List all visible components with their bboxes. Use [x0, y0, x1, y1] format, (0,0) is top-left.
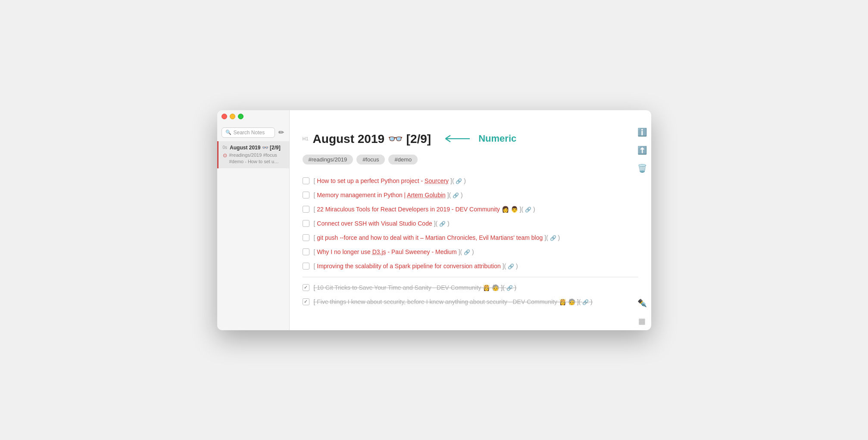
- sidebar-search-area: 🔍 Search Notes ✏: [217, 123, 289, 141]
- list-item: [ Improving the scalability of a Spark p…: [303, 260, 638, 273]
- arrow-icon: [440, 132, 474, 145]
- checkbox-checked-1[interactable]: [303, 284, 309, 291]
- note-heading-row: H1 August 2019 👓 [2/9] Numeric: [303, 132, 638, 146]
- checkbox-4[interactable]: [303, 220, 309, 227]
- pen-icon[interactable]: ✒️: [637, 298, 647, 308]
- search-input-placeholder: Search Notes: [234, 130, 265, 136]
- tag-pill-demo[interactable]: #demo: [388, 155, 418, 164]
- search-box[interactable]: 🔍 Search Notes: [222, 127, 275, 138]
- close-button[interactable]: [222, 114, 227, 119]
- list-item: [ Memory management in Python | Artem Go…: [303, 189, 638, 201]
- grid-icon[interactable]: ▦: [638, 316, 646, 326]
- checklist-text-checked-2: [ Five things I knew about security, bef…: [314, 297, 593, 307]
- info-icon[interactable]: ℹ️: [637, 127, 647, 137]
- sidebar: 🔍 Search Notes ✏ 0s August 2019 👓 [2/9] …: [217, 110, 290, 330]
- checked-list: [ 10 Git Tricks to Save Your Time and Sa…: [303, 282, 638, 308]
- note-preview-line1: #readings/2019 #focus: [229, 152, 279, 158]
- titlebar: [217, 110, 651, 123]
- note-timestamp: 0s: [223, 145, 228, 150]
- note-editor: H1 August 2019 👓 [2/9] Numeric #readings…: [290, 123, 651, 330]
- tags-row: #readings/2019 #focus #demo: [303, 155, 638, 164]
- minimize-button[interactable]: [230, 114, 235, 119]
- list-item: [ git push --force and how to deal with …: [303, 232, 638, 244]
- pin-icon: ⊙: [223, 152, 227, 158]
- checkbox-1[interactable]: [303, 177, 309, 184]
- app-window: 🔍 Search Notes ✏ 0s August 2019 👓 [2/9] …: [217, 110, 651, 330]
- checkbox-2[interactable]: [303, 192, 309, 198]
- note-preview-row: ⊙ #readings/2019 #focus #demo - How to s…: [223, 152, 285, 165]
- share-icon[interactable]: ⬆️: [637, 146, 647, 155]
- note-preview-line2: #demo - How to set u…: [229, 158, 279, 165]
- checklist-divider: [303, 277, 638, 277]
- checklist-text-5: [ git push --force and how to deal with …: [314, 233, 560, 242]
- list-item-checked: [ Five things I knew about security, bef…: [303, 296, 638, 308]
- checkbox-7[interactable]: [303, 263, 309, 270]
- note-list: 0s August 2019 👓 [2/9] ⊙ #readings/2019 …: [217, 141, 289, 330]
- checkbox-5[interactable]: [303, 234, 309, 241]
- checklist-text-4: [ Connect over SSH with Visual Studio Co…: [314, 219, 450, 228]
- unchecked-list: [ How to set up a perfect Python project…: [303, 175, 638, 273]
- note-item-header: 0s August 2019 👓 [2/9]: [223, 145, 285, 151]
- list-item: [ How to set up a perfect Python project…: [303, 175, 638, 187]
- checkbox-checked-2[interactable]: [303, 298, 309, 305]
- list-item: [ Connect over SSH with Visual Studio Co…: [303, 217, 638, 230]
- numeric-label: Numeric: [478, 133, 516, 144]
- list-item: [ 22 Miraculous Tools for React Develope…: [303, 203, 638, 216]
- checklist-text-2: [ Memory management in Python | Artem Go…: [314, 191, 463, 200]
- tag-pill-readings[interactable]: #readings/2019: [303, 155, 353, 164]
- compose-icon[interactable]: ✏: [278, 127, 285, 137]
- search-icon: 🔍: [225, 130, 231, 135]
- right-icons-panel: ℹ️ ⬆️ 🗑️ ✒️ ▦: [637, 123, 647, 326]
- maximize-button[interactable]: [238, 114, 244, 119]
- checklist-text-3: [ 22 Miraculous Tools for React Develope…: [314, 205, 535, 214]
- checkbox-3[interactable]: [303, 206, 309, 213]
- list-item: [ Why I no longer use D3.js - Paul Sween…: [303, 246, 638, 258]
- main-content: H1 August 2019 👓 [2/9] Numeric #readings…: [290, 110, 651, 330]
- tag-pill-focus[interactable]: #focus: [356, 155, 385, 164]
- note-list-item[interactable]: 0s August 2019 👓 [2/9] ⊙ #readings/2019 …: [217, 141, 289, 169]
- h1-label: H1: [303, 136, 309, 141]
- arrow-area: Numeric: [440, 132, 516, 145]
- checklist-text-checked-1: [ 10 Git Tricks to Save Your Time and Sa…: [314, 283, 517, 292]
- checklist-text-6: [ Why I no longer use D3.js - Paul Sween…: [314, 248, 474, 257]
- list-item-checked: [ 10 Git Tricks to Save Your Time and Sa…: [303, 282, 638, 294]
- note-title: August 2019 👓 [2/9]: [230, 145, 281, 151]
- checkbox-6[interactable]: [303, 248, 309, 255]
- trash-icon[interactable]: 🗑️: [637, 164, 647, 173]
- checklist-text-1: [ How to set up a perfect Python project…: [314, 177, 466, 186]
- checklist-text-7: [ Improving the scalability of a Spark p…: [314, 262, 518, 271]
- note-main-title: August 2019 👓 [2/9]: [313, 132, 431, 146]
- note-preview: #readings/2019 #focus #demo - How to set…: [229, 152, 279, 165]
